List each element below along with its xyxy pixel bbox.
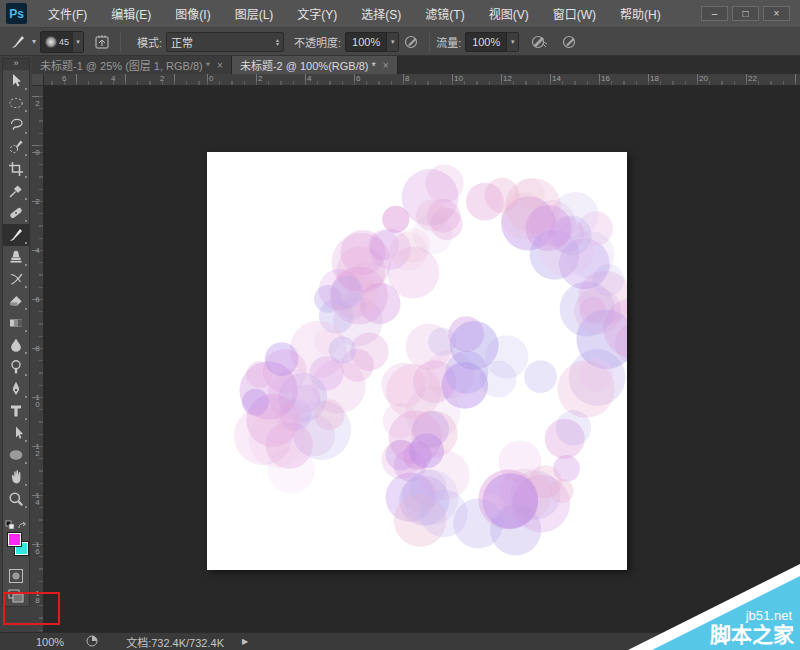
watermark: jb51.net 脚本之家 [620,560,800,650]
tablet-pressure-size-icon[interactable] [557,31,581,53]
eraser-tool[interactable] [3,290,29,312]
default-colors-icon[interactable] [6,521,14,529]
toggle-brush-panel-icon[interactable] [90,31,114,53]
history-brush-tool[interactable] [3,268,29,290]
clone-stamp-tool-icon [7,248,25,266]
tab-close-icon[interactable]: × [383,60,389,71]
move-tool[interactable] [3,70,29,92]
blend-mode-value: 正常 [171,34,276,50]
tool-preset-caret-icon[interactable]: ▾ [32,37,36,46]
menu-item-4[interactable]: 文字(Y) [285,0,349,27]
ruler-label: 14 [33,491,42,505]
menu-item-1[interactable]: 编辑(E) [99,0,163,27]
tab-label: 未标题-1 @ 25% (图层 1, RGB/8) * [40,57,210,73]
menu-item-3[interactable]: 图层(L) [223,0,286,27]
menu-item-7[interactable]: 视图(V) [477,0,541,27]
menu-item-0[interactable]: 文件(F) [36,0,99,27]
ruler-label: 6 [33,295,42,302]
ruler-label: 8 [405,74,409,83]
flow-caret-icon[interactable]: ▾ [507,32,519,52]
pen-tool[interactable] [3,378,29,400]
menu-item-9[interactable]: 帮助(H) [608,0,673,27]
opacity-field[interactable]: 100% [345,32,387,52]
brush-tool-icon[interactable] [6,31,30,53]
status-pie-icon [86,635,98,649]
menu-item-2[interactable]: 图像(I) [163,0,222,27]
ruler-label: 2 [33,99,42,106]
gradient-tool[interactable] [3,312,29,334]
bubble-artwork [207,152,627,570]
foreground-color-swatch[interactable] [7,532,22,547]
swap-colors-icon[interactable] [19,522,26,528]
menu-item-8[interactable]: 窗口(W) [541,0,608,27]
brush-size-value: 45 [59,37,69,47]
select-caret-icon: ▴▾ [276,38,279,46]
quick-selection-tool[interactable] [3,136,29,158]
options-separator [120,32,121,52]
healing-brush-tool-icon [7,204,25,222]
tab-close-icon[interactable]: × [217,60,223,71]
ruler-label: 8 [33,344,42,351]
mode-label: 模式: [137,34,162,50]
tab-label: 未标题-2 @ 100%(RGB/8) * [240,57,376,73]
ruler-label: 10 [454,74,463,83]
airbrush-icon[interactable] [527,31,551,53]
ruler-corner [32,74,44,86]
zoom-tool[interactable] [3,488,29,510]
tablet-pressure-opacity-icon[interactable] [399,31,423,53]
healing-brush-tool[interactable] [3,202,29,224]
lasso-tool-icon [7,116,25,134]
photoshop-logo-icon: Ps [6,3,27,24]
type-tool[interactable] [3,400,29,422]
panel-collapse-icon[interactable]: » [3,59,29,70]
status-expand-arrow[interactable]: ▶ [242,637,248,646]
tool-panel: » [2,58,30,607]
shape-tool[interactable] [3,444,29,466]
eyedropper-tool[interactable] [3,180,29,202]
brush-preset-picker[interactable]: 45 ▾ [40,31,84,53]
ruler-label: 4 [111,74,115,83]
path-selection-tool[interactable] [3,422,29,444]
document-tab-0[interactable]: 未标题-1 @ 25% (图层 1, RGB/8) *× [32,56,232,74]
ruler-label: 0 [209,74,213,83]
brush-tool[interactable] [3,224,29,246]
ruler-label: 10 [33,393,42,407]
canvas[interactable] [207,152,627,570]
path-selection-tool-icon [7,424,25,442]
highlight-rectangle [3,592,60,625]
blend-mode-select[interactable]: 正常 ▴▾ [166,32,284,52]
ruler-label: 6 [356,74,360,83]
watermark-site-text: jb51.net [745,608,793,623]
gradient-tool-icon [7,314,25,332]
maximize-button[interactable]: □ [732,6,759,21]
brush-preset-caret-icon[interactable]: ▾ [72,32,83,52]
document-tab-1[interactable]: 未标题-2 @ 100%(RGB/8) *× [232,56,398,74]
shape-tool-icon [7,446,25,464]
watermark-name-text: 脚本之家 [710,623,795,646]
brush-tip-preview-icon [45,36,57,48]
zoom-level-field[interactable]: 100% [36,636,64,648]
minimize-button[interactable]: – [701,6,728,21]
dodge-tool[interactable] [3,356,29,378]
options-separator [429,32,430,52]
flow-field[interactable]: 100% [465,32,507,52]
ruler-label: 14 [552,74,561,83]
menu-item-5[interactable]: 选择(S) [349,0,413,27]
blur-tool[interactable] [3,334,29,356]
clone-stamp-tool[interactable] [3,246,29,268]
ruler-label: 22 [748,74,757,83]
menu-item-6[interactable]: 滤镜(T) [413,0,476,27]
marquee-tool[interactable] [3,92,29,114]
history-brush-tool-icon [7,270,25,288]
lasso-tool[interactable] [3,114,29,136]
pen-tool-icon [7,380,25,398]
move-tool-icon [7,72,25,90]
crop-tool[interactable] [3,158,29,180]
close-button[interactable]: × [763,6,790,21]
opacity-caret-icon[interactable]: ▾ [387,32,399,52]
hand-tool[interactable] [3,466,29,488]
quick-mask-button[interactable] [3,566,29,586]
ruler-label: 12 [503,74,512,83]
ruler-label: 18 [650,74,659,83]
ruler-vertical: 2024681012141618 [32,86,44,632]
